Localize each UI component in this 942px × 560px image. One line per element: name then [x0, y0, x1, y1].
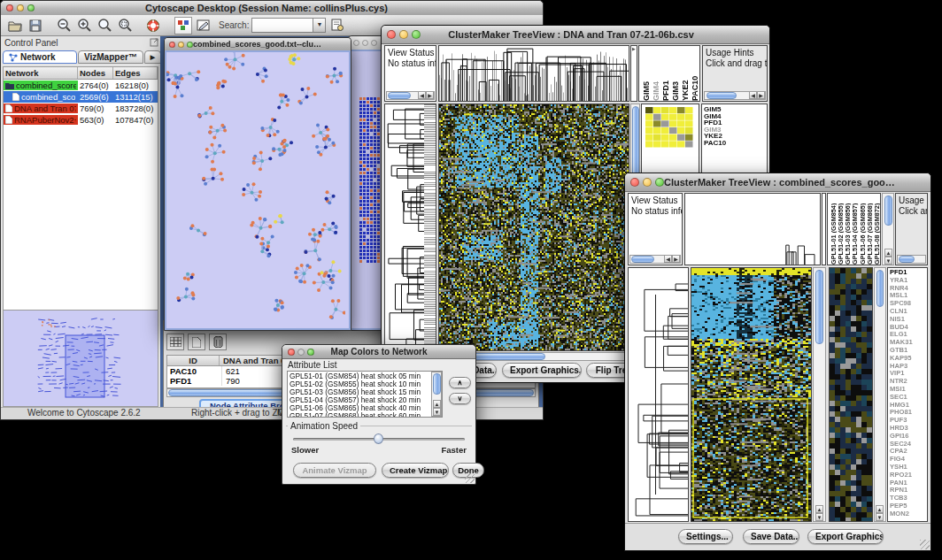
tv1-export-graphics-button[interactable]: Export Graphics...	[502, 363, 582, 378]
close-button[interactable]	[6, 4, 13, 12]
open-icon[interactable]	[6, 17, 24, 35]
tv1-heatmap[interactable]	[439, 104, 629, 350]
zoom-fit-icon[interactable]	[116, 17, 134, 35]
zoom-out-icon[interactable]	[55, 17, 73, 35]
usage-hints-text: Click and drag to	[703, 58, 767, 69]
tab-vizmapper[interactable]: VizMapper™	[78, 50, 143, 64]
delete-attribute-icon[interactable]	[209, 334, 227, 350]
help-ring-icon[interactable]	[144, 17, 162, 35]
zoom-button[interactable]	[412, 30, 421, 39]
minimize-button[interactable]	[362, 40, 368, 46]
control-panel-title: Control Panel	[1, 38, 148, 48]
tv2-row-dendrogram[interactable]	[629, 268, 688, 521]
tv2-zoom-vscrollbar[interactable]: ▲▼	[874, 267, 886, 522]
dialog-title: Map Colors to Network	[314, 347, 444, 357]
attribute-list-scrollbar[interactable]: ▲▼	[431, 372, 442, 417]
zoom-button[interactable]	[307, 349, 314, 356]
tv1-view-status-panel: View Status No status info f ◀▶	[384, 45, 436, 102]
zoom-button[interactable]	[371, 40, 377, 46]
tv2-hints-scrollbar[interactable]	[897, 255, 926, 264]
tv1-similarity-matrix[interactable]	[645, 107, 693, 148]
usage-hints-title: Usage Hints	[896, 194, 927, 206]
new-attribute-icon[interactable]	[188, 334, 205, 350]
attribute-browser-icon[interactable]	[328, 17, 346, 35]
minimize-button[interactable]	[297, 349, 305, 356]
tab-overflow[interactable]: ▶	[144, 50, 161, 64]
column-label: GPL51-06 (GSM865)	[859, 194, 866, 265]
gene-label[interactable]: PAC10	[702, 140, 767, 147]
resize-grip[interactable]	[465, 473, 475, 483]
tv1-row-dendrogram[interactable]	[385, 104, 436, 350]
window-controls[interactable]	[1, 4, 35, 12]
network-overview-panel[interactable]	[3, 310, 158, 407]
close-button[interactable]	[387, 30, 396, 39]
table-row[interactable]: RNAPuberNov2+| 563(0) 107847(0)	[4, 114, 158, 126]
network-table-header[interactable]: Network Nodes Edges	[4, 67, 158, 80]
tv2-save-data-button[interactable]: Save Data...	[743, 529, 799, 544]
table-row[interactable]: DNA and Tran 07 769(0) 183728(0)	[4, 103, 158, 114]
annotation-icon[interactable]	[195, 17, 212, 35]
tv2-column-dendrogram[interactable]	[685, 194, 820, 265]
save-icon[interactable]	[27, 17, 44, 35]
tv2-zoom-heatmap[interactable]	[830, 268, 872, 521]
minimize-button[interactable]	[178, 42, 184, 48]
move-up-button[interactable]: ∧	[449, 377, 471, 388]
table-row-selected[interactable]: combined_sco 2569(6) 13112(15)	[4, 91, 158, 103]
network-view-canvas[interactable]	[166, 52, 345, 326]
close-button[interactable]	[169, 42, 175, 48]
create-vizmap-button[interactable]: Create Vizmap	[382, 463, 449, 478]
close-button[interactable]	[353, 40, 359, 46]
zoom-button[interactable]	[27, 4, 35, 12]
tv1-column-dendrogram[interactable]	[439, 46, 629, 101]
slider-thumb[interactable]	[374, 433, 383, 444]
tv1-hints-scrollbar[interactable]: ◀▶	[704, 91, 766, 100]
minimize-button[interactable]	[17, 4, 24, 12]
vizmapper-icon[interactable]	[174, 17, 192, 35]
tv2-status-scrollbar[interactable]: ◀▶	[629, 255, 681, 264]
attribute-item[interactable]: GPL51-07 (GSM868) heat shock 60 min	[290, 412, 442, 418]
network-window-title: combined_scores_good.txt--cluste...	[193, 40, 324, 49]
close-button[interactable]	[630, 178, 639, 187]
animate-vizmap-button[interactable]: Animate Vizmap	[293, 463, 376, 478]
animation-speed-slider[interactable]	[293, 438, 465, 441]
network-doc-icon	[12, 93, 19, 101]
attribute-listbox[interactable]: GPL51-01 (GSM854) heat shock 05 minGPL51…	[287, 371, 443, 418]
treeview-window-2: ClusterMaker TreeView : combined_scores_…	[624, 173, 931, 551]
main-titlebar[interactable]: Cytoscape Desktop (Session Name: collins…	[1, 1, 543, 16]
column-label: PFD1	[661, 46, 670, 101]
zoom-button[interactable]	[655, 178, 664, 187]
float-panel-icon[interactable]	[148, 37, 160, 48]
network-overview-canvas[interactable]	[4, 311, 158, 404]
main-window-title: Cytoscape Desktop (Session Name: collins…	[35, 3, 498, 13]
select-attributes-icon[interactable]	[166, 334, 184, 350]
folder-icon	[5, 82, 14, 89]
table-row[interactable]: combined_scores_ 2764(0) 16218(0)	[4, 80, 158, 91]
zoom-in-icon[interactable]	[75, 17, 93, 35]
tv1-column-strip[interactable]: ▶	[630, 45, 637, 102]
map-colors-dialog: Map Colors to Network Attribute List GPL…	[282, 344, 476, 485]
id-column-header[interactable]: ID	[167, 356, 220, 365]
move-down-button[interactable]: ∨	[449, 393, 471, 404]
faster-label: Faster	[441, 445, 467, 455]
tv2-heatmap-vscrollbar[interactable]: ▲▼	[813, 267, 826, 522]
minimize-button[interactable]	[399, 30, 408, 39]
minimize-button[interactable]	[643, 178, 652, 187]
tv2-settings-button[interactable]: Settings...	[678, 529, 733, 544]
view-status-text: No status info	[629, 206, 682, 217]
zoom-selected-icon[interactable]	[96, 17, 113, 35]
tv2-labels-vscrollbar[interactable]: ▲▼	[882, 193, 894, 265]
search-input[interactable]: ▼	[251, 18, 326, 33]
close-button[interactable]	[288, 349, 295, 356]
tv2-heatmap[interactable]	[691, 268, 811, 521]
tv1-usage-hints-panel: Usage Hints Click and drag to ◀▶	[702, 45, 768, 102]
resize-grip[interactable]	[920, 540, 930, 549]
tv2-export-graphics-button[interactable]: Export Graphics...	[807, 529, 884, 544]
tab-network[interactable]: Network	[3, 50, 77, 64]
zoom-button[interactable]	[187, 42, 193, 48]
tv1-status-scrollbar[interactable]: ◀▶	[386, 91, 435, 100]
search-dropdown-arrow[interactable]: ▼	[313, 19, 325, 32]
tv2-column-strip[interactable]	[822, 193, 826, 265]
gene-label[interactable]: MON2	[888, 510, 927, 518]
column-label: YKE2	[681, 46, 690, 101]
usage-hints-title: Usage Hints	[703, 46, 767, 58]
